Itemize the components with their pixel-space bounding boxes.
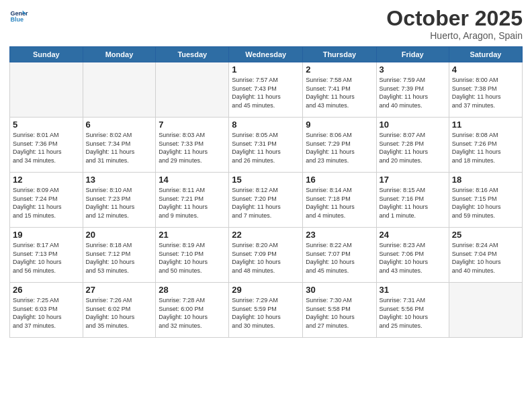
day-info: Sunrise: 8:20 AM Sunset: 7:09 PM Dayligh… <box>232 241 300 275</box>
calendar-cell: 4Sunrise: 8:00 AM Sunset: 7:38 PM Daylig… <box>449 62 522 118</box>
weekday-header-monday: Monday <box>83 47 156 62</box>
day-number: 30 <box>306 285 373 295</box>
day-number: 5 <box>13 120 80 130</box>
weekday-header-row: SundayMondayTuesdayWednesdayThursdayFrid… <box>10 47 523 62</box>
day-info: Sunrise: 8:07 AM Sunset: 7:28 PM Dayligh… <box>380 131 446 165</box>
day-info: Sunrise: 8:10 AM Sunset: 7:23 PM Dayligh… <box>86 186 153 220</box>
day-number: 4 <box>452 64 519 75</box>
calendar-week-row: 1Sunrise: 7:57 AM Sunset: 7:43 PM Daylig… <box>10 62 523 118</box>
calendar-cell: 2Sunrise: 7:58 AM Sunset: 7:41 PM Daylig… <box>303 62 376 118</box>
day-info: Sunrise: 8:24 AM Sunset: 7:04 PM Dayligh… <box>452 241 519 275</box>
calendar-cell: 9Sunrise: 8:06 AM Sunset: 7:29 PM Daylig… <box>303 118 376 173</box>
day-info: Sunrise: 8:01 AM Sunset: 7:36 PM Dayligh… <box>13 131 80 165</box>
day-number: 16 <box>306 175 373 185</box>
day-number: 19 <box>13 230 80 240</box>
calendar-week-row: 19Sunrise: 8:17 AM Sunset: 7:13 PM Dayli… <box>10 228 523 283</box>
day-info: Sunrise: 8:03 AM Sunset: 7:33 PM Dayligh… <box>159 131 226 165</box>
day-number: 11 <box>452 120 519 130</box>
day-info: Sunrise: 8:08 AM Sunset: 7:26 PM Dayligh… <box>452 131 519 165</box>
day-number: 29 <box>232 285 300 295</box>
calendar-cell: 8Sunrise: 8:05 AM Sunset: 7:31 PM Daylig… <box>229 118 303 173</box>
svg-text:Blue: Blue <box>10 16 24 23</box>
calendar-cell: 24Sunrise: 8:23 AM Sunset: 7:06 PM Dayli… <box>376 228 449 283</box>
title-block: October 2025 Huerto, Aragon, Spain <box>386 7 523 41</box>
day-number: 21 <box>159 230 226 240</box>
day-info: Sunrise: 8:15 AM Sunset: 7:16 PM Dayligh… <box>380 186 446 220</box>
day-info: Sunrise: 8:00 AM Sunset: 7:38 PM Dayligh… <box>452 76 519 109</box>
day-number: 28 <box>159 285 226 295</box>
calendar-cell: 3Sunrise: 7:59 AM Sunset: 7:39 PM Daylig… <box>376 62 449 118</box>
day-number: 20 <box>86 230 153 240</box>
calendar-cell: 26Sunrise: 7:25 AM Sunset: 6:03 PM Dayli… <box>10 283 83 338</box>
day-number: 1 <box>232 64 300 75</box>
day-info: Sunrise: 8:14 AM Sunset: 7:18 PM Dayligh… <box>306 186 373 220</box>
day-number: 18 <box>452 175 519 185</box>
day-info: Sunrise: 8:17 AM Sunset: 7:13 PM Dayligh… <box>13 241 80 275</box>
calendar-week-row: 5Sunrise: 8:01 AM Sunset: 7:36 PM Daylig… <box>10 118 523 173</box>
day-info: Sunrise: 7:31 AM Sunset: 5:56 PM Dayligh… <box>380 296 446 330</box>
calendar-cell: 20Sunrise: 8:18 AM Sunset: 7:12 PM Dayli… <box>83 228 156 283</box>
day-number: 25 <box>452 230 519 240</box>
location-subtitle: Huerto, Aragon, Spain <box>386 30 523 41</box>
calendar-cell: 15Sunrise: 8:12 AM Sunset: 7:20 PM Dayli… <box>229 173 303 228</box>
day-number: 24 <box>380 230 446 240</box>
day-info: Sunrise: 7:57 AM Sunset: 7:43 PM Dayligh… <box>232 76 300 109</box>
logo-icon: General Blue <box>9 7 28 26</box>
day-number: 6 <box>86 120 153 130</box>
day-info: Sunrise: 7:26 AM Sunset: 6:02 PM Dayligh… <box>86 296 153 330</box>
day-number: 9 <box>306 120 373 130</box>
weekday-header-thursday: Thursday <box>303 47 376 62</box>
day-number: 17 <box>380 175 446 185</box>
month-title: October 2025 <box>386 7 523 30</box>
calendar-table: SundayMondayTuesdayWednesdayThursdayFrid… <box>9 46 523 338</box>
day-number: 14 <box>159 175 226 185</box>
day-number: 2 <box>306 64 373 75</box>
calendar-cell: 13Sunrise: 8:10 AM Sunset: 7:23 PM Dayli… <box>83 173 156 228</box>
weekday-header-wednesday: Wednesday <box>229 47 303 62</box>
calendar-week-row: 26Sunrise: 7:25 AM Sunset: 6:03 PM Dayli… <box>10 283 523 338</box>
calendar-cell: 16Sunrise: 8:14 AM Sunset: 7:18 PM Dayli… <box>303 173 376 228</box>
day-info: Sunrise: 7:30 AM Sunset: 5:58 PM Dayligh… <box>306 296 373 330</box>
day-info: Sunrise: 8:02 AM Sunset: 7:34 PM Dayligh… <box>86 131 153 165</box>
day-info: Sunrise: 8:23 AM Sunset: 7:06 PM Dayligh… <box>380 241 446 275</box>
day-number: 12 <box>13 175 80 185</box>
calendar-cell: 28Sunrise: 7:28 AM Sunset: 6:00 PM Dayli… <box>156 283 229 338</box>
calendar-cell <box>83 62 156 118</box>
day-number: 8 <box>232 120 300 130</box>
day-number: 13 <box>86 175 153 185</box>
day-number: 15 <box>232 175 300 185</box>
day-info: Sunrise: 8:09 AM Sunset: 7:24 PM Dayligh… <box>13 186 80 220</box>
weekday-header-tuesday: Tuesday <box>156 47 229 62</box>
weekday-header-friday: Friday <box>376 47 449 62</box>
day-info: Sunrise: 8:12 AM Sunset: 7:20 PM Dayligh… <box>232 186 300 220</box>
calendar-week-row: 12Sunrise: 8:09 AM Sunset: 7:24 PM Dayli… <box>10 173 523 228</box>
day-info: Sunrise: 8:19 AM Sunset: 7:10 PM Dayligh… <box>159 241 226 275</box>
day-info: Sunrise: 8:16 AM Sunset: 7:15 PM Dayligh… <box>452 186 519 220</box>
calendar-cell: 10Sunrise: 8:07 AM Sunset: 7:28 PM Dayli… <box>376 118 449 173</box>
calendar-cell: 22Sunrise: 8:20 AM Sunset: 7:09 PM Dayli… <box>229 228 303 283</box>
calendar-cell: 21Sunrise: 8:19 AM Sunset: 7:10 PM Dayli… <box>156 228 229 283</box>
day-number: 22 <box>232 230 300 240</box>
day-info: Sunrise: 8:06 AM Sunset: 7:29 PM Dayligh… <box>306 131 373 165</box>
calendar-cell: 30Sunrise: 7:30 AM Sunset: 5:58 PM Dayli… <box>303 283 376 338</box>
weekday-header-sunday: Sunday <box>10 47 83 62</box>
calendar-cell: 23Sunrise: 8:22 AM Sunset: 7:07 PM Dayli… <box>303 228 376 283</box>
calendar-cell <box>156 62 229 118</box>
calendar-cell: 14Sunrise: 8:11 AM Sunset: 7:21 PM Dayli… <box>156 173 229 228</box>
calendar-cell: 17Sunrise: 8:15 AM Sunset: 7:16 PM Dayli… <box>376 173 449 228</box>
calendar-cell: 29Sunrise: 7:29 AM Sunset: 5:59 PM Dayli… <box>229 283 303 338</box>
day-number: 10 <box>380 120 446 130</box>
calendar-cell: 11Sunrise: 8:08 AM Sunset: 7:26 PM Dayli… <box>449 118 522 173</box>
calendar-cell <box>10 62 83 118</box>
day-number: 7 <box>159 120 226 130</box>
day-info: Sunrise: 7:58 AM Sunset: 7:41 PM Dayligh… <box>306 76 373 109</box>
day-info: Sunrise: 7:28 AM Sunset: 6:00 PM Dayligh… <box>159 296 226 330</box>
day-info: Sunrise: 7:59 AM Sunset: 7:39 PM Dayligh… <box>380 76 446 109</box>
svg-text:General: General <box>10 10 28 17</box>
page-header: General Blue October 2025 Huerto, Aragon… <box>9 7 523 41</box>
calendar-cell: 31Sunrise: 7:31 AM Sunset: 5:56 PM Dayli… <box>376 283 449 338</box>
weekday-header-saturday: Saturday <box>449 47 522 62</box>
calendar-cell: 19Sunrise: 8:17 AM Sunset: 7:13 PM Dayli… <box>10 228 83 283</box>
day-info: Sunrise: 7:25 AM Sunset: 6:03 PM Dayligh… <box>13 296 80 330</box>
day-number: 26 <box>13 285 80 295</box>
